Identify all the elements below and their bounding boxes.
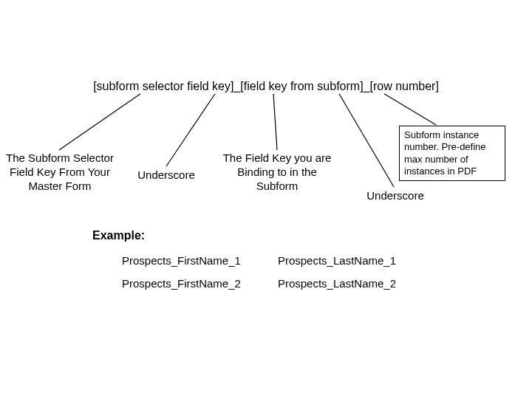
svg-line-1 [166,94,215,166]
label-underscore-1: Underscore [129,168,203,183]
label-underscore-2: Underscore [358,189,432,203]
svg-line-2 [273,94,277,150]
label-row-number-callout: Subform instance number. Pre-define max … [399,126,505,181]
svg-line-0 [59,94,140,150]
svg-line-4 [384,94,436,125]
example-heading: Example: [92,229,145,242]
example-cell: Prospects_FirstName_1 [122,254,241,267]
example-cell: Prospects_FirstName_2 [122,277,241,290]
svg-line-3 [339,94,394,187]
label-field-key: The Field Key you are Binding to in the … [222,151,332,193]
connector-lines [0,0,532,399]
example-cell: Prospects_LastName_2 [278,277,397,290]
example-cell: Prospects_LastName_1 [278,254,397,267]
syntax-pattern: [subform selector field key]_[field key … [0,80,532,93]
example-grid: Prospects_FirstName_1 Prospects_LastName… [122,254,397,290]
label-selector-key: The Subform Selector Field Key From Your… [4,151,115,193]
